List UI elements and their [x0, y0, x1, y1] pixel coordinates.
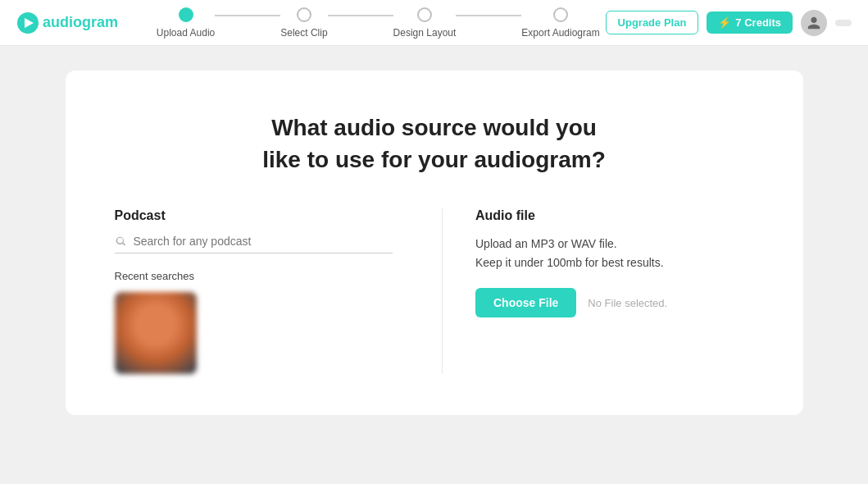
audio-file-heading: Audio file	[475, 208, 754, 223]
file-input-row: Choose File No File selected.	[475, 288, 754, 317]
person-icon	[807, 16, 821, 30]
header-right: Upgrade Plan ⚡ 7 Credits	[606, 10, 852, 36]
steps-nav: Upload Audio Select Clip Design Layout E…	[151, 7, 606, 39]
podcast-search-input[interactable]	[133, 235, 393, 248]
step-dot-select	[297, 7, 311, 22]
step-dot-upload	[179, 7, 193, 22]
audio-description: Upload an MP3 or WAV file. Keep it under…	[475, 235, 754, 272]
step-label-upload: Upload Audio	[157, 27, 215, 39]
podcast-section: Podcast Recent searches	[115, 208, 393, 374]
no-file-label: No File selected.	[588, 297, 667, 309]
user-name-label	[835, 20, 852, 26]
user-avatar[interactable]	[801, 10, 827, 36]
credits-label: 7 Credits	[735, 16, 781, 29]
step-dot-design	[417, 7, 432, 22]
upgrade-button[interactable]: Upgrade Plan	[606, 11, 699, 34]
main-card: What audio source would you like to use …	[66, 71, 803, 415]
step-connector-3	[456, 15, 521, 16]
audio-desc-line2: Keep it under 100mb for best results.	[475, 256, 664, 269]
step-dot-export	[553, 7, 568, 22]
logo-icon	[16, 11, 39, 34]
step-export-audiogram[interactable]: Export Audiogram	[521, 7, 599, 39]
choose-file-button[interactable]: Choose File	[475, 288, 576, 317]
search-icon	[115, 235, 127, 248]
logo[interactable]: audiogram	[16, 11, 118, 34]
logo-text: audiogram	[43, 14, 118, 31]
step-upload-audio[interactable]: Upload Audio	[157, 7, 215, 39]
recent-search-thumbnail[interactable]	[115, 292, 197, 374]
step-select-clip[interactable]: Select Clip	[280, 7, 327, 39]
audio-desc-line1: Upload an MP3 or WAV file.	[475, 237, 617, 250]
card-title: What audio source would you like to use …	[115, 112, 754, 176]
step-label-export: Export Audiogram	[521, 27, 599, 39]
step-label-select: Select Clip	[280, 27, 327, 39]
podcast-search-box[interactable]	[115, 235, 393, 253]
step-connector-1	[215, 15, 280, 16]
step-label-design: Design Layout	[393, 27, 457, 39]
credits-button[interactable]: ⚡ 7 Credits	[707, 11, 793, 34]
bolt-icon: ⚡	[718, 16, 731, 29]
audio-file-section: Audio file Upload an MP3 or WAV file. Ke…	[442, 208, 754, 374]
step-design-layout[interactable]: Design Layout	[393, 7, 457, 39]
main-content: What audio source would you like to use …	[0, 46, 868, 484]
recent-searches-label: Recent searches	[115, 270, 393, 282]
header: audiogram Upload Audio Select Clip Desig…	[0, 0, 868, 46]
podcast-heading: Podcast	[115, 208, 393, 223]
two-col-layout: Podcast Recent searches Audio file Uploa…	[115, 208, 754, 374]
step-connector-2	[328, 15, 393, 16]
